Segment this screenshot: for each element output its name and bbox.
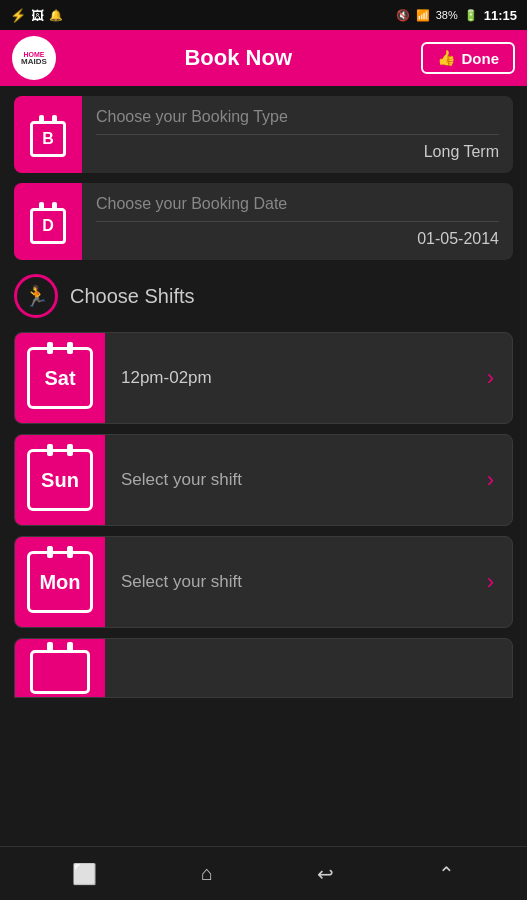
shift-cal-mon: Mon — [27, 551, 93, 613]
nav-back-icon[interactable]: ↩ — [317, 862, 334, 886]
shift-arrow-mon: › — [487, 569, 512, 595]
status-bar: ⚡ 🖼 🔔 🔇 📶 38% 🔋 11:15 — [0, 0, 527, 30]
status-left-icons: ⚡ 🖼 🔔 — [10, 8, 63, 23]
shift-item-sun[interactable]: Sun Select your shift › — [14, 434, 513, 526]
booking-type-label: Choose your Booking Type — [96, 108, 499, 126]
thumbs-up-icon: 👍 — [437, 49, 456, 67]
nav-square-icon[interactable]: ⬜ — [72, 862, 97, 886]
booking-date-text-block: Choose your Booking Date 01-05-2014 — [82, 183, 513, 260]
app-logo: HOME MAIDS — [12, 36, 56, 80]
done-button[interactable]: 👍 Done — [421, 42, 516, 74]
shift-arrow-sat: › — [487, 365, 512, 391]
shift-day-sun: Sun — [41, 469, 79, 492]
shift-day-block-sat: Sat — [15, 333, 105, 423]
booking-date-icon-block: D — [14, 183, 82, 260]
time-display: 11:15 — [484, 8, 517, 23]
date-card-divider — [96, 221, 499, 222]
shift-day-block-partial — [15, 639, 105, 697]
usb-icon: ⚡ — [10, 8, 26, 23]
card-divider — [96, 134, 499, 135]
shift-day-block-mon: Mon — [15, 537, 105, 627]
choose-shifts-label: Choose Shifts — [70, 285, 195, 308]
booking-type-icon-block: B — [14, 96, 82, 173]
booking-type-card[interactable]: B Choose your Booking Type Long Term — [14, 96, 513, 173]
done-label: Done — [462, 50, 500, 67]
booking-type-value: Long Term — [96, 143, 499, 161]
shifts-icon-circle: 🏃 — [14, 274, 58, 318]
status-right-icons: 🔇 📶 38% 🔋 11:15 — [396, 8, 517, 23]
notif-icon: 🔔 — [49, 9, 63, 22]
bottom-nav: ⬜ ⌂ ↩ ⌃ — [0, 846, 527, 900]
wifi-icon: 📶 — [416, 9, 430, 22]
running-person-icon: 🏃 — [24, 284, 49, 308]
shift-cal-sun: Sun — [27, 449, 93, 511]
shift-time-sat: 12pm-02pm — [105, 368, 487, 388]
shift-item-sat[interactable]: Sat 12pm-02pm › — [14, 332, 513, 424]
booking-type-text-block: Choose your Booking Type Long Term — [82, 96, 513, 173]
booking-date-card[interactable]: D Choose your Booking Date 01-05-2014 — [14, 183, 513, 260]
logo-bottom-text: MAIDS — [21, 58, 47, 66]
booking-date-value: 01-05-2014 — [96, 230, 499, 248]
battery-icon: 🔋 — [464, 9, 478, 22]
shift-day-block-sun: Sun — [15, 435, 105, 525]
shift-time-mon: Select your shift — [105, 572, 487, 592]
app-header: HOME MAIDS Book Now 👍 Done — [0, 30, 527, 86]
main-content: B Choose your Booking Type Long Term D — [0, 86, 527, 708]
page-title: Book Now — [184, 45, 292, 71]
shift-day-mon: Mon — [39, 571, 80, 594]
image-icon: 🖼 — [31, 8, 44, 23]
shift-item-mon[interactable]: Mon Select your shift › — [14, 536, 513, 628]
choose-shifts-row: 🏃 Choose Shifts — [14, 270, 513, 322]
booking-type-letter: B — [42, 130, 54, 148]
booking-date-letter: D — [42, 217, 54, 235]
shift-arrow-sun: › — [487, 467, 512, 493]
shift-time-sun: Select your shift — [105, 470, 487, 490]
nav-home-icon[interactable]: ⌂ — [201, 862, 213, 885]
shift-item-partial — [14, 638, 513, 698]
battery-text: 38% — [436, 9, 458, 21]
shift-day-sat: Sat — [44, 367, 75, 390]
booking-date-label: Choose your Booking Date — [96, 195, 499, 213]
shift-cal-sat: Sat — [27, 347, 93, 409]
nav-up-icon[interactable]: ⌃ — [438, 862, 455, 886]
mute-icon: 🔇 — [396, 9, 410, 22]
